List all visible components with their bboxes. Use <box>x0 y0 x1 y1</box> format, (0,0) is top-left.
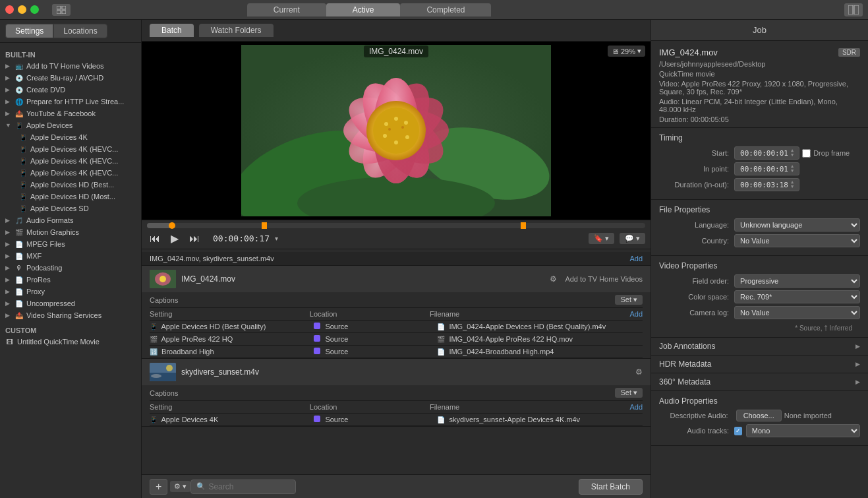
in-point-label: In point: <box>659 165 734 173</box>
sidebar-item-hd-most[interactable]: 📱 Apple Devices HD (Most... <box>0 191 141 202</box>
sidebar-item-sd[interactable]: 📱 Apple Devices SD <box>0 202 141 214</box>
timecode-dropdown-arrow[interactable]: ▾ <box>275 235 278 242</box>
col-header-add-1[interactable]: Add <box>629 310 643 318</box>
tab-batch[interactable]: Batch <box>150 24 194 37</box>
batch-table-row-1-1[interactable]: 📱 Apple Devices HD (Best Quality) Source… <box>150 321 643 333</box>
set-btn-2[interactable]: Set ▾ <box>615 388 643 398</box>
bookmark-button[interactable]: 🔖 ▾ <box>589 233 614 244</box>
language-select[interactable]: Unknown language <box>734 218 860 232</box>
svg-rect-3 <box>62 11 66 14</box>
set-btn-1[interactable]: Set ▾ <box>615 295 643 305</box>
duration-down-arrow[interactable]: ▼ <box>791 185 794 189</box>
batch-file-gear-2[interactable]: ⚙ <box>635 367 643 377</box>
batch-add-button[interactable]: Add <box>629 255 643 263</box>
sidebar-item-http[interactable]: ▶ 🌐 Prepare for HTTP Live Strea... <box>0 96 141 108</box>
scrubber-track[interactable] <box>147 223 645 228</box>
sidebar-item-apple-devices[interactable]: ▼ 📱 Apple Devices <box>0 119 141 131</box>
sidebar-item-motion-graphics[interactable]: ▶ 🎬 Motion Graphics <box>0 226 141 238</box>
camera-log-select[interactable]: No Value <box>734 306 860 319</box>
svg-point-24 <box>405 135 409 139</box>
batch-file-gear-1[interactable]: ⚙ <box>550 274 557 284</box>
audio-tracks-checkbox[interactable]: ✓ <box>734 427 742 435</box>
hdr-360-header[interactable]: 360° Metadata ▶ <box>651 373 868 390</box>
sidebar-item-bluray[interactable]: ▶ 💿 Create Blu-ray / AVCHD <box>0 72 141 84</box>
annotation-button[interactable]: 💬 ▾ <box>620 233 645 244</box>
play-button[interactable]: ▶ <box>168 231 181 246</box>
sidebar-item-4k-hevc3[interactable]: 📱 Apple Devices 4K (HEVC... <box>0 167 141 179</box>
in-point-timecode[interactable]: 00:00:00:01 ▲ ▼ <box>734 162 799 175</box>
sidebar-item-4k[interactable]: 📱 Apple Devices 4K <box>0 131 141 143</box>
search-input[interactable] <box>208 482 290 491</box>
audio-tracks-label: Audio tracks: <box>659 427 734 435</box>
sidebar-item-audio-formats[interactable]: ▶ 🎵 Audio Formats <box>0 214 141 226</box>
sidebar-item-mpeg[interactable]: ▶ 📄 MPEG Files <box>0 238 141 250</box>
start-arrows[interactable]: ▲ ▼ <box>791 148 794 158</box>
start-batch-button[interactable]: Start Batch <box>579 479 643 495</box>
start-down-arrow[interactable]: ▼ <box>791 153 794 158</box>
fullscreen-button[interactable] <box>30 5 39 14</box>
sidebar-item-podcasting[interactable]: ▶ 🎙 Podcasting <box>0 262 141 274</box>
audio-tracks-select[interactable]: Mono <box>746 424 860 437</box>
sidebar-label-4k-hevc1: Apple Devices 4K (HEVC... <box>30 145 138 153</box>
sidebar-item-prores[interactable]: ▶ 📄 ProRes <box>0 274 141 286</box>
sidebar-item-untitled-qt[interactable]: 🎞 Untitled QuickTime Movie <box>0 336 141 348</box>
device-icon: 📱 <box>18 168 28 177</box>
sidebar-item-4k-hevc2[interactable]: 📱 Apple Devices 4K (HEVC... <box>0 155 141 167</box>
col-header-add-2[interactable]: Add <box>629 403 643 411</box>
scrubber-in-marker[interactable] <box>262 222 267 229</box>
sidebar-label-youtube: YouTube & Facebook <box>26 109 138 117</box>
color-space-select[interactable]: Rec. 709* <box>734 290 860 303</box>
tab-watch-folders[interactable]: Watch Folders <box>199 24 274 37</box>
search-box[interactable]: 🔍 <box>190 480 296 494</box>
sidebar-item-proxy[interactable]: ▶ 📄 Proxy <box>0 286 141 297</box>
batch-table-row-1-2[interactable]: 🎬 Apple ProRes 422 HQ Source 🎬 IMG_0424-… <box>150 333 643 346</box>
preview-zoom[interactable]: 🖥 29% ▾ <box>608 46 645 57</box>
minimize-button[interactable] <box>18 5 26 14</box>
svg-point-19 <box>373 108 419 154</box>
skip-back-button[interactable]: ⏮ <box>147 232 163 246</box>
batch-table-row-1-3[interactable]: 🔢 Broadband High Source 📄 IMG_0424-Broad… <box>150 346 643 358</box>
sidebar-tab-settings[interactable]: Settings <box>5 24 53 38</box>
layout-icon[interactable] <box>844 3 863 16</box>
drop-frame-input[interactable] <box>802 149 811 158</box>
camera-log-label: Camera log: <box>659 309 734 317</box>
sidebar-item-video-sharing[interactable]: ▶ 📤 Video Sharing Services <box>0 309 141 321</box>
sidebar-item-mxf[interactable]: ▶ 📄 MXF <box>0 250 141 262</box>
file-properties-section: File Properties Language: Unknown langua… <box>651 200 868 256</box>
add-item-button[interactable]: + <box>150 479 167 495</box>
sidebar-item-youtube[interactable]: ▶ 📤 YouTube & Facebook <box>0 108 141 119</box>
youtube-icon: 📤 <box>14 109 24 118</box>
sidebar-item-4k-hevc1[interactable]: 📱 Apple Devices 4K (HEVC... <box>0 143 141 155</box>
setting-text-1-3: Broadband High <box>161 348 214 356</box>
scrubber-marker[interactable] <box>169 222 175 229</box>
duration-arrows[interactable]: ▲ ▼ <box>791 180 794 189</box>
sidebar-item-uncompressed[interactable]: ▶ 📄 Uncompressed <box>0 297 141 309</box>
batch-table-row-2-1[interactable]: 📱 Apple Devices 4K Source 📄 skydivers_su… <box>150 414 643 426</box>
job-annotations-header[interactable]: Job Annotations ▶ <box>651 338 868 355</box>
sidebar-tab-locations[interactable]: Locations <box>53 24 107 38</box>
choose-button[interactable]: Choose... <box>736 410 782 421</box>
tile-icon[interactable] <box>52 4 71 16</box>
bottom-gear-button[interactable]: ⚙ ▾ <box>170 481 190 492</box>
tab-completed[interactable]: Completed <box>400 3 491 16</box>
sidebar-item-dvd[interactable]: ▶ 💿 Create DVD <box>0 84 141 96</box>
field-order-select[interactable]: Progressive <box>734 274 860 288</box>
svg-point-25 <box>394 140 398 144</box>
skip-forward-button[interactable]: ⏭ <box>187 232 202 246</box>
close-button[interactable] <box>5 5 14 14</box>
proxy-icon: 📄 <box>14 287 24 296</box>
sidebar-item-hd-best[interactable]: 📱 Apple Devices HD (Best... <box>0 179 141 191</box>
tab-current[interactable]: Current <box>247 3 326 16</box>
start-timecode[interactable]: 00:00:00:01 ▲ ▼ <box>734 146 799 160</box>
audio-tracks-control: ✓ Mono <box>734 424 860 437</box>
sidebar-item-add-tv[interactable]: ▶ 📺 Add to TV Home Videos <box>0 60 141 72</box>
country-select[interactable]: No Value <box>734 234 860 247</box>
in-point-down-arrow[interactable]: ▼ <box>791 169 794 173</box>
hdr-metadata-header[interactable]: HDR Metadata ▶ <box>651 356 868 373</box>
drop-frame-checkbox[interactable]: Drop frame <box>802 149 850 158</box>
tab-active[interactable]: Active <box>326 3 401 16</box>
scrubber-out-marker[interactable] <box>521 222 526 229</box>
bookmark-icon: 🔖 <box>594 234 603 243</box>
duration-timecode[interactable]: 00:00:03:18 ▲ ▼ <box>734 178 799 191</box>
in-point-arrows[interactable]: ▲ ▼ <box>791 164 794 173</box>
